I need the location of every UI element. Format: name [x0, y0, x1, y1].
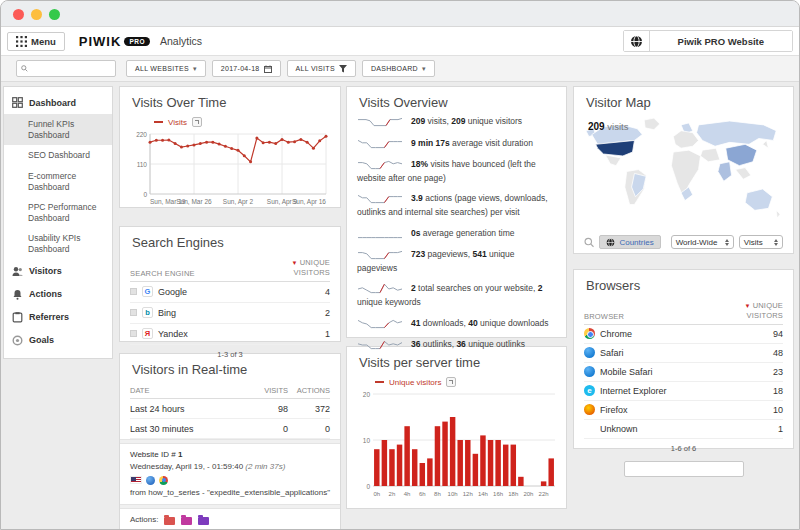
sidebar-item-usability[interactable]: Usability KPIs Dashboard: [4, 228, 112, 259]
segments-selector-button[interactable]: ALL VISITS: [287, 60, 356, 77]
realtime-visit-entry[interactable]: Website ID # 1 Wednesday, April 19, - 01…: [130, 444, 330, 504]
row-value: 2: [290, 308, 330, 318]
sparkline[interactable]: [357, 192, 403, 206]
globe-icon: [606, 238, 615, 247]
app-menubar: Menu PIWIK PRO Analytics Piwik PRO Websi…: [1, 27, 799, 56]
map-zoom-icon[interactable]: [584, 237, 594, 248]
table-row[interactable]: Unknown 1: [584, 420, 783, 439]
segment-box-icon[interactable]: [130, 309, 137, 316]
sidebar-item-ecommerce[interactable]: E-commerce Dashboard: [4, 166, 112, 197]
sparkline[interactable]: [357, 227, 403, 241]
funnel-icon: [339, 65, 347, 73]
sidebar-item-ppc[interactable]: PPC Performance Dashboard: [4, 197, 112, 228]
widget-title: Visitor Map: [584, 87, 783, 115]
website-selector-group: Piwik PRO Website: [623, 30, 793, 52]
sidebar-item-funnel-kpis[interactable]: Funnel KPIs Dashboard: [4, 114, 112, 145]
table-row[interactable]: bBing 2: [130, 303, 330, 324]
minimize-window-button[interactable]: [31, 9, 42, 20]
svg-text:110: 110: [137, 161, 148, 168]
column-actions[interactable]: ACTIONS: [288, 386, 330, 395]
annotations-icon[interactable]: [446, 377, 456, 387]
menu-button-label: Menu: [31, 36, 56, 47]
row-value: 48: [743, 348, 783, 358]
overview-row: 2 total searches on your website, 2 uniq…: [357, 282, 556, 309]
piwik-pro-logo: PIWIK PRO Analytics: [79, 34, 202, 49]
date-range-button[interactable]: 2017-04-18: [212, 60, 281, 77]
column-search-engine[interactable]: SEARCH ENGINE: [130, 269, 275, 278]
table-row[interactable]: Last 30 minutes 0 0: [130, 419, 330, 439]
sparkline[interactable]: [357, 282, 403, 296]
calendar-icon: [264, 65, 272, 73]
table-header: BROWSER ▼ UNIQUE VISITORS: [584, 298, 783, 325]
sparkline[interactable]: [357, 338, 403, 352]
browsers-search-input[interactable]: [629, 464, 739, 473]
search-icon: [21, 64, 28, 73]
sparkline[interactable]: [357, 137, 403, 151]
row-value: 1: [743, 424, 783, 434]
global-search-box[interactable]: [16, 60, 116, 77]
overview-text: 209 visits, 209 unique visitors: [411, 116, 522, 126]
countries-toggle-button[interactable]: Countries: [599, 235, 660, 249]
overview-row: 209 visits, 209 unique visitors: [357, 115, 556, 129]
website-selector-button[interactable]: Piwik PRO Website: [650, 31, 792, 51]
server-time-chart[interactable]: 010200h2h4h6h8h10h12h14h16h18h20h22h: [357, 388, 557, 500]
table-row[interactable]: eInternet Explorer 18: [584, 382, 783, 401]
table-row[interactable]: Chrome 94: [584, 325, 783, 344]
column-visits[interactable]: VISITS: [246, 386, 288, 395]
sort-desc-icon: ▼: [745, 303, 753, 309]
column-browser[interactable]: BROWSER: [584, 312, 728, 321]
table-row[interactable]: Firefox 10: [584, 401, 783, 420]
sparkline[interactable]: [357, 248, 403, 262]
websites-selector-button[interactable]: ALL WEBSITES▾: [126, 60, 206, 77]
dashboard-main: Dashboard Funnel KPIs Dashboard SEO Dash…: [1, 82, 799, 530]
column-unique-visitors[interactable]: ▼ UNIQUE VISITORS: [275, 258, 330, 278]
sparkline[interactable]: [357, 317, 403, 331]
chart-legend: Unique visitors: [375, 376, 556, 388]
page-folder-icon[interactable]: [181, 517, 192, 525]
globe-icon: [630, 35, 643, 48]
filter-bar: ALL WEBSITES▾ 2017-04-18 ALL VISITS DASH…: [1, 56, 799, 82]
table-row[interactable]: Mobile Safari 23: [584, 363, 783, 382]
sidebar-item-actions[interactable]: Actions: [4, 283, 112, 306]
table-row[interactable]: ЯYandex 1: [130, 324, 330, 345]
map-region-select[interactable]: World-Wide: [671, 235, 734, 249]
realtime-visitors-widget: Visitors in Real-time DATE VISITS ACTION…: [119, 353, 341, 530]
zoom-window-button[interactable]: [49, 9, 60, 20]
visits-over-time-chart[interactable]: Sun, Mar 19Sun, Mar 26Sun, Apr 2Sun, Apr…: [130, 128, 330, 208]
table-row[interactable]: Safari 48: [584, 344, 783, 363]
sidebar-item-visitors[interactable]: Visitors: [4, 260, 112, 283]
global-search-input[interactable]: [31, 64, 111, 73]
svg-text:18h: 18h: [508, 491, 518, 497]
segment-box-icon[interactable]: [130, 288, 137, 295]
segment-box-icon[interactable]: [130, 330, 137, 337]
column-unique-visitors[interactable]: ▼ UNIQUE VISITORS: [728, 301, 783, 321]
sparkline[interactable]: [357, 158, 403, 172]
brand-pro-badge: PRO: [124, 37, 150, 46]
sparkline[interactable]: [357, 115, 403, 129]
sidebar-item-referrers[interactable]: Referrers: [4, 306, 112, 329]
visitor-map-widget: Visitor Map 209 visits: [573, 86, 794, 254]
svg-text:0h: 0h: [373, 491, 380, 497]
map-metric-select[interactable]: Visits: [739, 235, 783, 249]
column-date[interactable]: DATE: [130, 386, 246, 395]
sidebar-item-goals[interactable]: Goals: [4, 329, 112, 352]
table-row[interactable]: Last 24 hours 98 372: [130, 399, 330, 419]
annotations-icon[interactable]: [192, 117, 202, 127]
menu-button[interactable]: Menu: [7, 32, 65, 51]
bell-icon: [12, 289, 23, 300]
visit-referrer: from how_to_series - "expedite_extensibl…: [130, 487, 330, 499]
svg-text:0: 0: [143, 191, 147, 198]
sidebar-item-seo[interactable]: SEO Dashboard: [4, 145, 112, 166]
page-folder-icon[interactable]: [164, 517, 175, 525]
table-row[interactable]: GGoogle 4: [130, 282, 330, 303]
row-value: 94: [743, 329, 783, 339]
row-value: 1: [290, 329, 330, 339]
dashboard-selector-button[interactable]: DASHBOARD▾: [362, 60, 435, 77]
browsers-search-box[interactable]: [624, 461, 744, 477]
website-globe-button[interactable]: [624, 31, 650, 51]
close-window-button[interactable]: [13, 9, 24, 20]
pagination-label[interactable]: 1-6 of 6: [584, 439, 783, 459]
overview-row: 9 min 17s average visit duration: [357, 137, 556, 151]
page-folder-icon[interactable]: [198, 517, 209, 525]
sidebar-item-dashboard[interactable]: Dashboard: [4, 91, 112, 114]
